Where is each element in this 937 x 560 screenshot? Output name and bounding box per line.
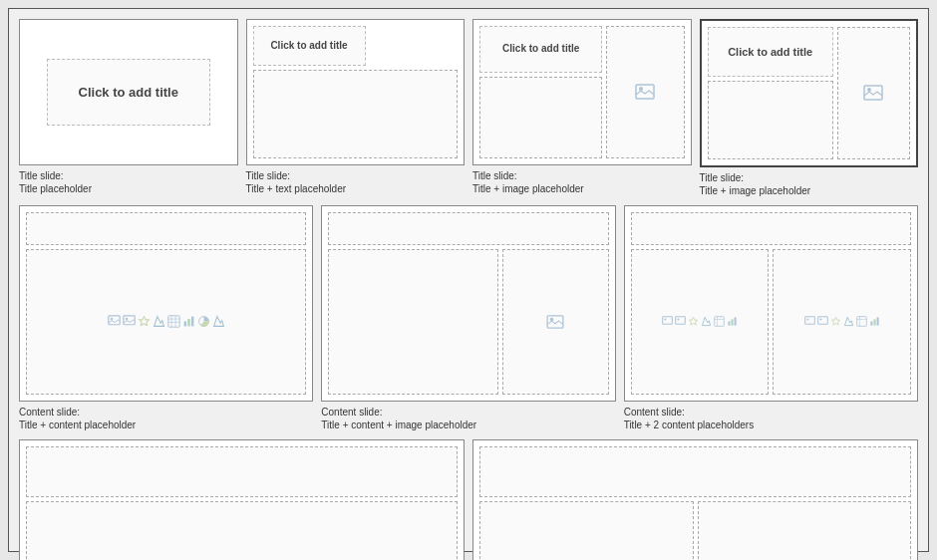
svg-point-22 [677, 319, 679, 321]
title-placeholder-3: Click to add title [502, 43, 579, 55]
row1: Click to add title Title slide: Title pl… [19, 19, 918, 197]
slide-label-1: Title slide: Title placeholder [19, 169, 238, 195]
svg-rect-37 [873, 320, 875, 326]
slide-label-2: Title slide: Title + text placeholder [246, 169, 466, 195]
svg-rect-14 [187, 319, 189, 326]
slide-thumb-6[interactable] [321, 205, 615, 402]
svg-rect-38 [876, 318, 878, 326]
slide-label-7: Content slide: Title + 2 content placeho… [624, 406, 918, 431]
slide-label-5: Content slide: Title + content placehold… [19, 406, 313, 431]
slide-thumb-3[interactable]: Click to add title [472, 19, 692, 165]
slide-card-2: Click to add title Title slide: Title + … [246, 19, 466, 197]
slide-label-6: Content slide: Title + content + image p… [321, 406, 615, 431]
slide-thumb-8[interactable] [19, 439, 465, 560]
svg-rect-31 [817, 317, 827, 325]
slide-card-8: Content slide: Title + table placeholder [19, 439, 465, 560]
svg-rect-28 [735, 318, 737, 326]
outer-border: Click to add title Title slide: Title pl… [8, 8, 929, 552]
svg-rect-17 [547, 316, 563, 328]
content-icons-5 [108, 315, 225, 328]
svg-point-30 [806, 319, 808, 321]
row3: Content slide: Title + table placeholder [19, 439, 918, 560]
svg-rect-13 [183, 322, 185, 327]
content-icons-7b [804, 316, 880, 327]
svg-rect-29 [804, 317, 814, 325]
image-icon-4 [863, 85, 883, 101]
slide-thumb-1[interactable]: Click to add title [19, 19, 238, 165]
slide-card-3: Click to add title [472, 19, 692, 197]
svg-rect-27 [731, 320, 733, 326]
title-placeholder-1: Click to add title [79, 85, 178, 100]
row2: Content slide: Title + content placehold… [19, 205, 918, 431]
svg-rect-23 [715, 317, 725, 327]
svg-rect-33 [856, 317, 866, 327]
slide-card-7: Content slide: Title + 2 content placeho… [624, 205, 918, 431]
svg-rect-36 [870, 322, 872, 326]
title-placeholder-4: Click to add title [728, 46, 812, 59]
svg-rect-0 [636, 85, 654, 99]
slide-thumb-2[interactable]: Click to add title [246, 19, 466, 165]
svg-rect-15 [191, 317, 193, 327]
slide-thumb-9[interactable] [472, 439, 918, 560]
svg-point-7 [126, 318, 128, 320]
slide-card-6: Content slide: Title + content + image p… [321, 205, 615, 431]
svg-rect-8 [167, 316, 178, 327]
svg-rect-26 [728, 322, 730, 326]
slide-card-5: Content slide: Title + content placehold… [19, 205, 313, 431]
svg-rect-21 [676, 317, 686, 325]
slide-card-9: Content slide: Title + content + table p… [472, 439, 918, 560]
slide-thumb-5[interactable] [19, 205, 313, 402]
svg-point-5 [111, 318, 113, 320]
svg-point-20 [664, 319, 666, 321]
slide-label-3: Title slide: Title + image placeholder [472, 169, 692, 195]
content-icons-7a [662, 316, 738, 327]
image-icon-6 [546, 315, 564, 329]
title-placeholder-2: Click to add title [270, 40, 347, 52]
slide-thumb-4[interactable]: Click to add title [700, 19, 919, 167]
slide-card-4: Click to add title [700, 19, 919, 197]
svg-point-32 [819, 319, 821, 321]
svg-rect-19 [663, 317, 673, 325]
slide-thumb-7[interactable] [624, 205, 918, 402]
slide-card-1: Click to add title Title slide: Title pl… [19, 19, 238, 197]
svg-rect-2 [864, 86, 882, 100]
image-icon-3 [635, 84, 655, 100]
slide-label-4: Title slide: Title + image placeholder [700, 171, 919, 197]
